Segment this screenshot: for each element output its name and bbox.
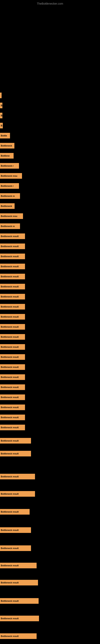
bar-item-25: Bottleneck result	[0, 334, 25, 340]
bar-item-36: Bottleneck result	[0, 451, 31, 456]
bar-item-1	[0, 92, 1, 98]
bar-label-13: Bottleneck resu	[1, 215, 17, 217]
bar-fill-27: Bottleneck result	[0, 354, 25, 360]
bar-item-9: Bottleneck resu	[0, 173, 22, 179]
bar-label-9: Bottleneck resu	[1, 175, 17, 177]
bar-label-16: Bottleneck result	[1, 245, 19, 248]
bar-fill-22: Bottleneck result	[0, 304, 25, 310]
bar-fill-23: Bottleneck result	[0, 314, 25, 320]
bar-label-6: Bottleneck	[1, 144, 12, 147]
bar-label-19: Bottleneck result	[1, 275, 19, 278]
bar-item-17: Bottleneck result	[0, 254, 25, 259]
bar-item-40: Bottleneck result	[0, 527, 31, 533]
bar-label-26: Bottleneck result	[1, 346, 19, 348]
bar-label-24: Bottleneck result	[1, 326, 19, 328]
bar-label-46: Bottleneck result	[1, 635, 19, 637]
bar-item-38: Bottleneck result	[0, 491, 35, 497]
bar-label-21: Bottleneck result	[1, 296, 19, 298]
bar-item-23: Bottleneck result	[0, 314, 25, 320]
bar-fill-4: B	[0, 123, 3, 128]
bar-label-25: Bottleneck result	[1, 336, 19, 338]
bar-label-29: Bottleneck result	[1, 376, 19, 378]
bar-label-28: Bottleneck result	[1, 366, 19, 368]
bar-fill-38: Bottleneck result	[0, 491, 35, 497]
bar-label-42: Bottleneck result	[1, 564, 19, 567]
bar-fill-28: Bottleneck result	[0, 364, 25, 370]
bar-item-22: Bottleneck result	[0, 304, 25, 310]
bar-label-22: Bottleneck result	[1, 306, 19, 308]
bar-label-12: Bottleneck	[1, 205, 12, 207]
bar-label-20: Bottleneck result	[1, 285, 19, 288]
bar-fill-8: Bottleneck r	[0, 163, 19, 169]
bar-label-15: Bottleneck result	[1, 235, 19, 238]
bar-label-3: B	[1, 114, 2, 117]
site-title: TheBottlenecker.com	[0, 0, 100, 7]
bar-label-4: B	[1, 124, 2, 127]
bar-label-14: Bottleneck re	[1, 225, 15, 228]
bar-label-8: Bottleneck r	[1, 164, 14, 167]
bar-item-30: Bottleneck result	[0, 384, 25, 390]
bar-item-34: Bottleneck result	[0, 425, 25, 430]
bar-fill-21: Bottleneck result	[0, 294, 25, 300]
bar-item-32: Bottleneck result	[0, 404, 25, 410]
bar-fill-13: Bottleneck resu	[0, 213, 23, 219]
bar-fill-1	[0, 92, 1, 98]
bar-fill-7: Bottlene	[0, 153, 14, 158]
bar-fill-14: Bottleneck re	[0, 224, 20, 229]
bar-item-19: Bottleneck result	[0, 274, 25, 279]
bar-fill-43: Bottleneck result	[0, 580, 38, 586]
bar-label-32: Bottleneck result	[1, 406, 19, 408]
bar-item-44: Bottleneck result	[0, 598, 39, 604]
bar-item-14: Bottleneck re	[0, 224, 20, 229]
bar-item-45: Bottleneck result	[0, 616, 39, 621]
bar-fill-25: Bottleneck result	[0, 334, 25, 340]
bar-label-31: Bottleneck result	[1, 396, 19, 398]
bar-item-33: Bottleneck result	[0, 414, 25, 420]
bar-fill-33: Bottleneck result	[0, 414, 25, 420]
bar-fill-42: Bottleneck result	[0, 563, 37, 568]
bar-label-44: Bottleneck result	[1, 600, 19, 602]
bar-fill-16: Bottleneck result	[0, 244, 25, 249]
bar-label-33: Bottleneck result	[1, 416, 19, 418]
bar-label-7: Bottlene	[1, 154, 10, 157]
bar-fill-20: Bottleneck result	[0, 284, 25, 290]
bar-fill-3: B	[0, 113, 2, 118]
bar-label-5: Bottle	[1, 134, 7, 137]
bar-label-38: Bottleneck result	[1, 493, 19, 495]
bar-item-16: Bottleneck result	[0, 244, 25, 249]
bar-label-35: Bottleneck result	[1, 440, 19, 442]
bar-fill-24: Bottleneck result	[0, 324, 25, 330]
bar-label-18: Bottleneck result	[1, 265, 19, 268]
bar-fill-15: Bottleneck result	[0, 234, 25, 239]
bar-item-46: Bottleneck result	[0, 633, 37, 639]
bar-fill-9: Bottleneck resu	[0, 173, 22, 179]
bar-item-10: Bottleneck r	[0, 183, 19, 189]
bar-fill-40: Bottleneck result	[0, 527, 31, 533]
bar-label-2: B	[1, 104, 2, 107]
bar-item-28: Bottleneck result	[0, 364, 25, 370]
bar-fill-44: Bottleneck result	[0, 598, 39, 604]
bar-fill-45: Bottleneck result	[0, 616, 39, 621]
bar-item-35: Bottleneck result	[0, 438, 31, 444]
bar-label-27: Bottleneck result	[1, 356, 19, 358]
bar-item-37: Bottleneck result	[0, 474, 35, 480]
bar-item-31: Bottleneck result	[0, 394, 25, 400]
bar-fill-35: Bottleneck result	[0, 438, 31, 444]
bar-label-45: Bottleneck result	[1, 617, 19, 620]
bar-label-10: Bottleneck r	[1, 185, 14, 187]
bar-fill-26: Bottleneck result	[0, 344, 25, 350]
bar-item-7: Bottlene	[0, 153, 14, 158]
bar-fill-32: Bottleneck result	[0, 404, 25, 410]
bar-fill-36: Bottleneck result	[0, 451, 31, 456]
bar-item-27: Bottleneck result	[0, 354, 25, 360]
bar-fill-19: Bottleneck result	[0, 274, 25, 279]
bar-item-5: Bottle	[0, 133, 10, 138]
bar-item-4: B	[0, 123, 3, 128]
bar-fill-18: Bottleneck result	[0, 264, 25, 269]
bar-item-18: Bottleneck result	[0, 264, 25, 269]
bar-item-39: Bottleneck result	[0, 509, 30, 514]
bar-label-43: Bottleneck result	[1, 582, 19, 584]
bar-fill-30: Bottleneck result	[0, 384, 25, 390]
bar-item-42: Bottleneck result	[0, 563, 37, 568]
bar-item-8: Bottleneck r	[0, 163, 19, 169]
